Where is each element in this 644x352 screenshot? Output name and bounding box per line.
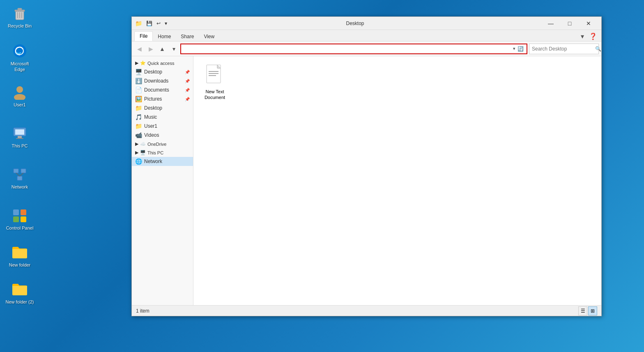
save-quick-btn[interactable]: 💾 bbox=[145, 20, 154, 27]
sidebar-item-videos[interactable]: 📹 Videos bbox=[132, 131, 193, 140]
newfolder2-desktop-icon[interactable]: New folder (2) bbox=[3, 279, 36, 306]
address-row: ◀ ▶ ▲ ▾ \\firatboyan.local\HomeFolders\H… bbox=[132, 41, 601, 56]
ribbon-help-icon[interactable]: ❓ bbox=[587, 32, 599, 41]
svg-rect-14 bbox=[21, 169, 26, 173]
ribbon-tabs: File Home Share View ▾ ❓ bbox=[132, 30, 601, 41]
downloads-pin-icon: 📌 bbox=[185, 79, 190, 83]
user1-icon bbox=[12, 84, 28, 100]
tab-home[interactable]: Home bbox=[153, 32, 176, 41]
search-input[interactable] bbox=[532, 46, 593, 52]
sidebar-item-music[interactable]: 🎵 Music bbox=[132, 113, 193, 122]
edge-desktop-icon[interactable]: MicrosoftEdge bbox=[3, 41, 36, 74]
onedrive-header[interactable]: ▶ ☁️ OneDrive bbox=[132, 140, 193, 148]
svg-line-17 bbox=[20, 173, 23, 176]
quick-access-header[interactable]: ▶ ⭐ Quick access bbox=[132, 59, 193, 67]
status-bar-view-controls: ☰ ⊞ bbox=[578, 306, 597, 315]
search-icon[interactable]: 🔍 bbox=[595, 46, 601, 52]
svg-rect-20 bbox=[13, 216, 19, 222]
quick-access-star-icon: ⭐ bbox=[140, 60, 146, 66]
documents-label: Documents bbox=[144, 87, 169, 93]
svg-line-16 bbox=[16, 173, 20, 176]
user1-nav-label: User1 bbox=[144, 123, 157, 129]
navigation-pane: ▶ ⭐ Quick access 🖥️ Desktop 📌 ⬇️ Downloa… bbox=[132, 56, 193, 305]
svg-rect-19 bbox=[21, 209, 26, 215]
sidebar-item-desktop-pinned[interactable]: 🖥️ Desktop 📌 bbox=[132, 67, 193, 76]
network-nav-label: Network bbox=[144, 159, 162, 164]
network-icon bbox=[12, 166, 28, 182]
newfolder-icon bbox=[12, 244, 28, 260]
controlpanel-desktop-icon[interactable]: Control Panel bbox=[3, 205, 36, 232]
address-refresh-icon[interactable]: 🔄 bbox=[516, 46, 525, 52]
pictures-nav-icon: 🖼️ bbox=[135, 96, 142, 102]
sidebar-item-downloads[interactable]: ⬇️ Downloads 📌 bbox=[132, 76, 193, 85]
svg-rect-13 bbox=[14, 169, 18, 173]
explorer-window: 📁 💾 ↩ ▾ Desktop — □ ✕ File Home Share Vi… bbox=[131, 16, 602, 316]
network-desktop-icon[interactable]: Network bbox=[3, 164, 36, 191]
user1-label: User1 bbox=[14, 102, 25, 108]
downloads-nav-icon: ⬇️ bbox=[135, 78, 142, 84]
search-box: 🔍 bbox=[529, 44, 599, 54]
user1-desktop-icon[interactable]: User1 bbox=[3, 82, 36, 109]
file-item-new-text-document[interactable]: New TextDocument bbox=[198, 61, 231, 104]
thispc-desktop-icon[interactable]: This PC bbox=[3, 123, 36, 150]
sidebar-item-desktop-folder[interactable]: 📁 Desktop bbox=[132, 104, 193, 113]
user1-nav-icon: 📁 bbox=[135, 123, 142, 129]
sidebar-item-documents[interactable]: 📄 Documents 📌 bbox=[132, 85, 193, 94]
quick-access-arrow-icon: ▶ bbox=[135, 60, 138, 66]
details-view-button[interactable]: ☰ bbox=[578, 306, 587, 315]
svg-rect-11 bbox=[18, 136, 22, 138]
quick-access-label: Quick access bbox=[147, 61, 174, 66]
svg-rect-12 bbox=[16, 138, 23, 139]
controlpanel-icon bbox=[12, 207, 28, 223]
address-dropdown-icon[interactable]: ▾ bbox=[512, 46, 516, 51]
svg-rect-10 bbox=[15, 129, 24, 135]
network-nav-icon: 🌐 bbox=[135, 158, 142, 165]
recycle-bin-icon bbox=[12, 5, 28, 21]
undo-quick-btn[interactable]: ↩ bbox=[155, 20, 162, 27]
title-bar-controls: — □ ✕ bbox=[541, 17, 598, 30]
svg-rect-15 bbox=[17, 176, 22, 180]
desktop-pinned-label: Desktop bbox=[144, 69, 162, 75]
ribbon-right-controls: ▾ ❓ bbox=[579, 32, 599, 41]
customize-quick-btn[interactable]: ▾ bbox=[163, 20, 169, 27]
videos-label: Videos bbox=[144, 132, 159, 138]
pictures-pin-icon: 📌 bbox=[185, 97, 190, 101]
back-button[interactable]: ◀ bbox=[134, 44, 144, 54]
minimize-button[interactable]: — bbox=[541, 17, 560, 30]
ribbon-collapse-icon[interactable]: ▾ bbox=[579, 32, 586, 41]
tab-file[interactable]: File bbox=[134, 31, 153, 41]
thispc-label: This PC bbox=[12, 143, 28, 149]
tab-share[interactable]: Share bbox=[176, 32, 199, 41]
tab-view[interactable]: View bbox=[199, 32, 219, 41]
svg-rect-21 bbox=[21, 216, 26, 222]
edge-label: MicrosoftEdge bbox=[11, 61, 29, 73]
address-bar-wrapper: \\firatboyan.local\HomeFolders\Home Fold… bbox=[180, 44, 527, 54]
file-name-new-text-document: New TextDocument bbox=[205, 89, 225, 101]
newfolder2-label: New folder (2) bbox=[5, 299, 34, 305]
newfolder-desktop-icon[interactable]: New folder bbox=[3, 242, 36, 269]
file-pane: New TextDocument bbox=[193, 56, 601, 305]
forward-button[interactable]: ▶ bbox=[146, 44, 156, 54]
sidebar-item-network[interactable]: 🌐 Network bbox=[132, 157, 193, 166]
title-bar-folder-icon: 📁 bbox=[135, 20, 142, 27]
up-button[interactable]: ▲ bbox=[157, 44, 167, 54]
thispc-header[interactable]: ▶ 🖥️ This PC bbox=[132, 148, 193, 157]
maximize-button[interactable]: □ bbox=[560, 17, 579, 30]
onedrive-label: OneDrive bbox=[147, 142, 166, 147]
onedrive-arrow-icon: ▶ bbox=[135, 141, 138, 147]
status-bar: 1 item ☰ ⊞ bbox=[132, 305, 601, 316]
sidebar-item-pictures[interactable]: 🖼️ Pictures 📌 bbox=[132, 94, 193, 104]
recycle-bin-desktop-icon[interactable]: Recycle Bin bbox=[3, 3, 36, 30]
large-icons-view-button[interactable]: ⊞ bbox=[588, 306, 597, 315]
address-bar-input[interactable]: \\firatboyan.local\HomeFolders\Home Fold… bbox=[183, 46, 512, 52]
downloads-label: Downloads bbox=[144, 78, 168, 84]
close-button[interactable]: ✕ bbox=[579, 17, 598, 30]
recent-locations-button[interactable]: ▾ bbox=[169, 44, 179, 54]
music-label: Music bbox=[144, 114, 157, 120]
desktop-folder-icon: 📁 bbox=[135, 105, 142, 111]
desktop-nav-icon: 🖥️ bbox=[135, 69, 142, 75]
svg-rect-2 bbox=[18, 8, 22, 10]
sidebar-item-user1[interactable]: 📁 User1 bbox=[132, 122, 193, 131]
thispc-icon bbox=[12, 125, 28, 141]
thispc-nav-monitor-icon: 🖥️ bbox=[140, 150, 146, 155]
